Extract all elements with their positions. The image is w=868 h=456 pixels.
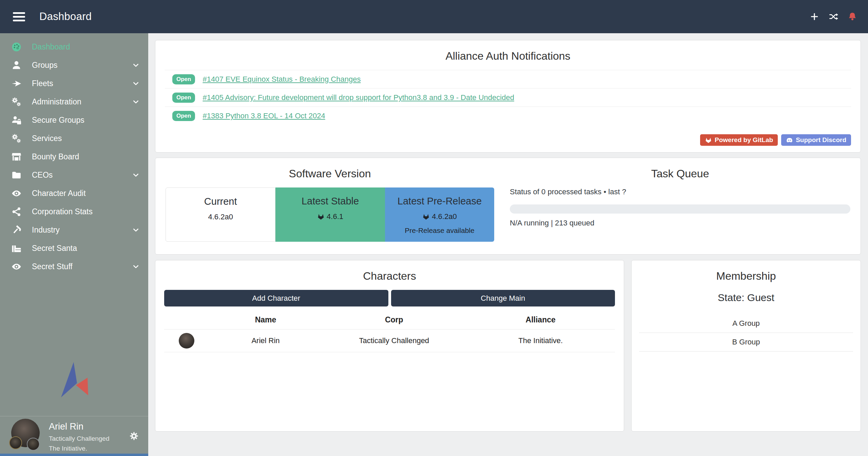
alliance-logo-badge: [27, 438, 40, 451]
dashboard-palette-icon: [11, 42, 22, 52]
sidebar-menu: Dashboard Groups Fleets Administration: [0, 33, 148, 276]
gitlab-icon: [705, 137, 712, 144]
add-icon[interactable]: [810, 12, 819, 21]
membership-title: Membership: [632, 270, 861, 282]
status-badge: Open: [172, 93, 195, 103]
notification-link[interactable]: #1383 Python 3.8 EOL - 14 Oct 2024: [202, 112, 325, 120]
task-queue-title: Task Queue: [510, 167, 850, 180]
sidebar-item-label: Administration: [32, 97, 81, 106]
task-progress-bar: [510, 204, 850, 214]
version-prerelease-box: Latest Pre-Release 4.6.2a0 Pre-Release a…: [385, 187, 494, 242]
corp-logo-badge: [9, 436, 22, 449]
prerelease-note: Pre-Release available: [405, 226, 474, 235]
sidebar-item-label: Secret Santa: [32, 244, 77, 253]
sidebar-item-industry[interactable]: Industry: [0, 221, 148, 239]
task-queue-section: Task Queue Status of 0 processed tasks •…: [510, 164, 850, 248]
notification-row: Open #1405 Advisory: Future development …: [165, 88, 851, 106]
sidebar-item-secret-santa[interactable]: Secret Santa: [0, 239, 148, 257]
gitlab-icon: [317, 213, 325, 220]
alliance-column-header: Alliance: [466, 310, 615, 330]
user-name: Ariel Rin: [49, 421, 110, 432]
sidebar-item-label: Dashboard: [32, 42, 70, 52]
version-boxes: Current 4.6.2a0 Latest Stable 4.6.1 Late…: [166, 187, 494, 242]
user-alliance: The Initiative.: [49, 445, 110, 452]
group-list-item: B Group: [639, 333, 853, 352]
gears-icon: [11, 97, 22, 107]
notification-row: Open #1383 Python 3.8 EOL - 14 Oct 2024: [165, 106, 851, 125]
sidebar-item-groups[interactable]: Groups: [0, 56, 148, 74]
membership-panel: Membership State: Guest A Group B Group: [631, 260, 861, 432]
version-value: 4.6.2a0: [208, 213, 233, 221]
chevron-down-icon: [132, 79, 140, 88]
sidebar-item-label: Groups: [32, 61, 57, 70]
discord-icon: [786, 137, 793, 144]
character-corp: Tactically Challenged: [322, 330, 466, 352]
folder-icon: [11, 170, 22, 180]
notification-link[interactable]: #1405 Advisory: Future development will …: [202, 93, 514, 102]
software-version-title: Software Version: [166, 167, 494, 180]
version-label: Latest Stable: [302, 196, 359, 207]
chevron-down-icon: [132, 226, 140, 234]
character-alliance: The Initiative.: [466, 330, 615, 352]
task-queue-status: Status of 0 processed tasks • last ?: [510, 187, 850, 196]
alliance-logo: [54, 361, 88, 404]
version-stable-box: Latest Stable 4.6.1: [275, 187, 385, 242]
main-content: Alliance Auth Notifications Open #1407 E…: [148, 33, 868, 456]
sidebar-item-label: Corporation Stats: [32, 207, 93, 216]
table-row[interactable]: Ariel Rin Tactically Challenged The Init…: [164, 330, 615, 352]
sidebar-item-corporation-stats[interactable]: Corporation Stats: [0, 202, 148, 221]
version-current-box: Current 4.6.2a0: [166, 187, 275, 242]
sidebar-item-administration[interactable]: Administration: [0, 93, 148, 111]
sidebar-item-secret-stuff[interactable]: Secret Stuff: [0, 257, 148, 276]
store-icon: [11, 152, 22, 162]
version-value: 4.6.1: [317, 212, 343, 221]
sidebar-item-ceos[interactable]: CEOs: [0, 166, 148, 184]
gifts-icon: [11, 243, 22, 254]
characters-title: Characters: [164, 270, 615, 282]
avatar-column-header: [164, 310, 209, 330]
sidebar-item-bounty-board[interactable]: Bounty Board: [0, 147, 148, 166]
shuffle-icon[interactable]: [829, 12, 838, 21]
sidebar-item-services[interactable]: Services: [0, 129, 148, 147]
membership-state: State: Guest: [632, 292, 861, 303]
characters-table: Name Corp Alliance Ariel Rin Tactically …: [164, 310, 615, 352]
sidebar-item-secure-groups[interactable]: Secure Groups: [0, 111, 148, 129]
sidebar-item-label: Secret Stuff: [32, 262, 73, 271]
corp-column-header: Corp: [322, 310, 466, 330]
user-icon: [11, 60, 22, 71]
sidebar-item-dashboard[interactable]: Dashboard: [0, 38, 148, 56]
software-version-section: Software Version Current 4.6.2a0 Latest …: [166, 164, 494, 248]
badge-label: Powered by GitLab: [715, 136, 773, 144]
navbar-actions: [810, 12, 857, 21]
eye-icon: [11, 261, 22, 272]
menu-icon[interactable]: [13, 10, 25, 23]
powered-by-gitlab-badge[interactable]: Powered by GitLab: [700, 134, 778, 146]
sidebar-divider: [0, 416, 148, 416]
notification-link[interactable]: #1407 EVE Equinox Status - Breaking Chan…: [202, 75, 361, 84]
app-root: Dashboard Dashboard Groups: [0, 0, 868, 456]
change-main-button[interactable]: Change Main: [391, 290, 615, 306]
version-label: Current: [204, 196, 237, 207]
sidebar-item-label: Industry: [32, 225, 60, 235]
share-nodes-icon: [11, 206, 22, 217]
sidebar-footer-strip: [0, 454, 148, 456]
sidebar-item-fleets[interactable]: Fleets: [0, 74, 148, 93]
version-value: 4.6.2a0: [422, 212, 457, 221]
notification-row: Open #1407 EVE Equinox Status - Breaking…: [165, 70, 851, 88]
characters-panel: Characters Add Character Change Main Nam…: [155, 260, 624, 432]
eye-icon: [11, 188, 22, 199]
notifications-bell-icon[interactable]: [848, 12, 857, 21]
support-discord-badge[interactable]: Support Discord: [781, 134, 851, 146]
gears-icon: [11, 133, 22, 144]
user-corp: Tactically Challenged: [49, 435, 110, 442]
add-character-button[interactable]: Add Character: [164, 290, 388, 306]
user-settings-gear-icon[interactable]: [129, 431, 139, 441]
table-header-row: Name Corp Alliance: [164, 310, 615, 330]
sidebar-item-character-audit[interactable]: Character Audit: [0, 184, 148, 202]
sidebar-item-label: Services: [32, 134, 62, 143]
sidebar-item-label: Fleets: [32, 79, 53, 88]
sidebar: Dashboard Groups Fleets Administration: [0, 33, 148, 456]
chevron-down-icon: [132, 171, 140, 179]
hammer-icon: [11, 225, 22, 235]
character-name: Ariel Rin: [209, 330, 322, 352]
